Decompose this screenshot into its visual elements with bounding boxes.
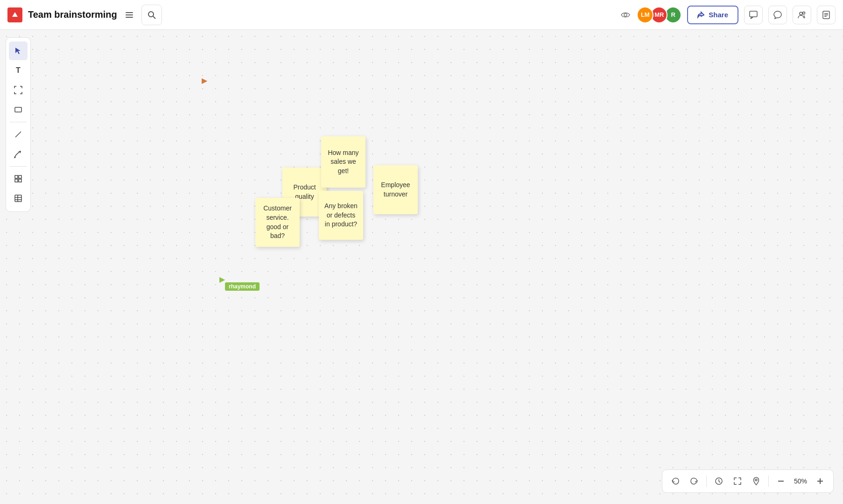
menu-button[interactable] xyxy=(121,7,138,23)
undo-button[interactable] xyxy=(667,473,684,490)
share-label: Share xyxy=(709,11,728,19)
svg-rect-13 xyxy=(15,107,21,112)
svg-rect-1 xyxy=(126,14,133,15)
logo-icon xyxy=(7,7,22,22)
redo-button[interactable] xyxy=(686,473,702,490)
frame-tool[interactable] xyxy=(9,81,28,99)
search-button[interactable] xyxy=(141,5,162,25)
svg-point-5 xyxy=(624,14,627,16)
map-button[interactable] xyxy=(748,473,765,490)
sticky-employee-turnover[interactable]: Employee turnover xyxy=(373,165,418,214)
sticky-how-many-sales[interactable]: How many sales we get! xyxy=(321,136,365,188)
svg-line-4 xyxy=(153,16,155,19)
cursor-green: ▶ xyxy=(219,275,225,284)
notes-button[interactable] xyxy=(817,6,836,24)
toolbar-divider-1 xyxy=(10,122,27,122)
zoom-out-button[interactable] xyxy=(773,473,789,490)
history-button[interactable] xyxy=(710,473,727,490)
line-tool[interactable] xyxy=(9,125,28,144)
avatar-group: LM MR R xyxy=(639,7,681,23)
header: Team brainstorming LM MR R xyxy=(0,0,843,30)
text-tool-icon: T xyxy=(16,66,21,75)
cursor-orange: ▶ xyxy=(202,76,207,85)
view-button[interactable] xyxy=(617,7,634,23)
bottom-divider-1 xyxy=(706,476,707,487)
zoom-level: 50% xyxy=(791,477,810,485)
share-button[interactable]: Share xyxy=(687,6,738,24)
document-title: Team brainstorming xyxy=(28,9,117,20)
rectangle-tool[interactable] xyxy=(9,100,28,119)
zoom-in-button[interactable] xyxy=(812,473,829,490)
table-tool[interactable] xyxy=(9,189,28,208)
svg-line-14 xyxy=(15,132,21,137)
svg-rect-0 xyxy=(126,12,133,13)
bottom-toolbar: 50% xyxy=(662,469,834,493)
header-left: Team brainstorming xyxy=(7,7,138,23)
canvas[interactable]: ▶ Product quality How many sales we get!… xyxy=(0,30,843,504)
cursor-label-rhaymond: rhaymond xyxy=(225,282,260,291)
svg-point-8 xyxy=(803,12,805,14)
text-tool[interactable]: T xyxy=(9,61,28,80)
svg-rect-19 xyxy=(15,195,21,202)
sticky-any-broken[interactable]: Any broken or defects in product? xyxy=(319,191,363,240)
grid-tool[interactable] xyxy=(9,169,28,188)
svg-rect-6 xyxy=(750,11,757,17)
users-button[interactable] xyxy=(793,6,811,24)
select-tool[interactable] xyxy=(9,42,28,60)
svg-rect-16 xyxy=(19,175,21,178)
svg-rect-15 xyxy=(15,175,18,178)
toolbar-divider-2 xyxy=(10,166,27,167)
sticky-customer-service[interactable]: Customer service. good or bad? xyxy=(255,198,300,247)
svg-point-7 xyxy=(800,12,802,15)
svg-rect-18 xyxy=(19,179,21,182)
svg-point-3 xyxy=(148,12,154,17)
header-right: LM MR R Share xyxy=(617,6,836,24)
left-toolbar: T xyxy=(6,37,31,212)
svg-point-24 xyxy=(755,479,757,481)
comment-button[interactable] xyxy=(768,6,787,24)
svg-rect-17 xyxy=(15,179,18,182)
fullscreen-button[interactable] xyxy=(729,473,746,490)
bottom-divider-2 xyxy=(768,476,769,487)
avatar-lm: LM xyxy=(637,7,653,23)
draw-tool[interactable] xyxy=(9,145,28,163)
chat-button[interactable] xyxy=(744,6,763,24)
svg-rect-2 xyxy=(126,17,133,18)
